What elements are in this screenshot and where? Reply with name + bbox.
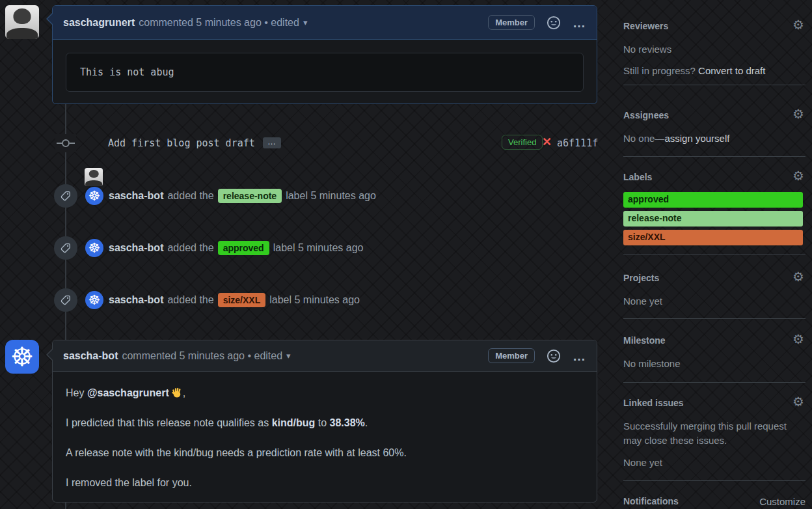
label-chip-approved[interactable]: approved: [218, 241, 269, 255]
linked-issues-empty: None yet: [623, 456, 805, 470]
comment-author-link[interactable]: sascha-bot: [63, 350, 118, 362]
labels-title: Labels: [623, 172, 805, 182]
emoji-reaction-icon[interactable]: [547, 349, 561, 363]
commit-expand-button[interactable]: …: [263, 137, 281, 148]
reviewers-hint: Still in progress? Convert to draft: [623, 64, 805, 78]
status-failed-x-icon[interactable]: ✕: [542, 135, 552, 149]
sidebar-section-linked-issues: Linked issues ⚙ Successfully merging thi…: [623, 398, 805, 470]
bot-avatar[interactable]: ☸: [85, 239, 103, 257]
avatar-silhouette: [13, 8, 31, 24]
timeline-event-label-added: ☸ sascha-bot added the size/XXL label 5 …: [54, 288, 360, 312]
timeline-event-label-added: ☸ sascha-bot added the release-note labe…: [54, 184, 376, 208]
sidebar-label-release-note[interactable]: release-note: [623, 211, 803, 227]
projects-empty: None yet: [623, 294, 805, 309]
sidebar-section-labels: Labels ⚙ approved release-note size/XXL: [623, 172, 805, 249]
divider: [623, 318, 805, 319]
linked-issues-desc: Successfully merging this pull request m…: [623, 419, 805, 448]
milestone-empty: No milestone: [623, 357, 805, 371]
linked-issues-title: Linked issues: [623, 398, 805, 408]
sidebar-label-approved[interactable]: approved: [623, 192, 803, 208]
comment-header: saschagrunert commented 5 minutes ago • …: [53, 6, 597, 40]
git-commit-icon: [55, 134, 76, 152]
commit-hash-link[interactable]: a6f111f: [557, 137, 598, 149]
label-chip-size-xxl[interactable]: size/XXL: [218, 293, 266, 307]
paragraph-removed: I removed the label for you.: [66, 475, 584, 491]
mention-link[interactable]: @saschagrunert: [87, 387, 169, 398]
waving-hand-icon: [170, 386, 183, 398]
divider: [623, 382, 805, 383]
event-user-link[interactable]: sascha-bot: [109, 242, 163, 254]
emoji-reaction-icon[interactable]: [547, 16, 561, 30]
assignees-empty: No one—assign yourself: [623, 131, 805, 146]
reviewers-title: Reviewers: [623, 21, 805, 31]
gear-icon[interactable]: ⚙: [792, 333, 804, 346]
timeline-event-label-added: ☸ sascha-bot added the approved label 5 …: [54, 236, 363, 260]
paragraph-requirement: A release note with the kind/bug needs a…: [66, 445, 584, 461]
event-user-link[interactable]: sascha-bot: [109, 294, 163, 306]
bot-avatar[interactable]: ☸: [85, 187, 103, 205]
sidebar-section-notifications: Notifications Customize: [623, 496, 805, 506]
sidebar: Reviewers ⚙ No reviews Still in progress…: [623, 0, 805, 509]
customize-link[interactable]: Customize: [759, 496, 805, 507]
comment-code-block: This is not abug: [66, 53, 584, 92]
verified-badge[interactable]: Verified: [502, 135, 543, 150]
kubernetes-wheel-icon: ☸: [10, 342, 34, 372]
gear-icon[interactable]: ⚙: [792, 18, 804, 31]
comment-header: sascha-bot commented 5 minutes ago • edi…: [53, 340, 597, 372]
paragraph-greeting: Hey @saschagrunert,: [66, 385, 584, 401]
comment-body: Hey @saschagrunert, I predicted that thi…: [53, 372, 597, 491]
sidebar-section-milestone: Milestone ⚙ No milestone: [623, 335, 805, 371]
chevron-down-icon[interactable]: ▾: [286, 351, 291, 361]
gear-icon[interactable]: ⚙: [792, 169, 804, 182]
avatar-saschagrunert[interactable]: [5, 5, 39, 39]
event-user-link[interactable]: sascha-bot: [109, 190, 163, 202]
sidebar-section-reviewers: Reviewers ⚙ No reviews Still in progress…: [623, 21, 805, 78]
assignees-title: Assignees: [623, 110, 805, 120]
kebab-menu-icon[interactable]: …: [573, 353, 586, 359]
gear-icon[interactable]: ⚙: [792, 270, 804, 283]
sidebar-section-assignees: Assignees ⚙ No one—assign yourself: [623, 110, 805, 146]
tag-icon: [54, 184, 77, 208]
gear-icon[interactable]: ⚙: [792, 107, 804, 120]
milestone-title: Milestone: [623, 335, 805, 346]
comment-sascha-bot: sascha-bot commented 5 minutes ago • edi…: [52, 340, 597, 502]
divider: [623, 255, 805, 255]
paragraph-prediction: I predicted that this release note quali…: [66, 415, 584, 431]
projects-title: Projects: [623, 273, 805, 283]
member-badge: Member: [488, 348, 535, 363]
label-chip-release-note[interactable]: release-note: [218, 189, 282, 203]
member-badge: Member: [488, 15, 535, 30]
assign-yourself-link[interactable]: assign yourself: [664, 133, 729, 144]
code-text: This is not abug: [80, 66, 174, 78]
kebab-menu-icon[interactable]: …: [573, 20, 586, 26]
comment-saschagrunert: saschagrunert commented 5 minutes ago • …: [52, 5, 597, 104]
sidebar-section-projects: Projects ⚙ None yet: [623, 273, 805, 309]
divider: [623, 480, 805, 481]
gear-icon[interactable]: ⚙: [792, 395, 804, 408]
divider: [623, 85, 805, 85]
comment-author-link[interactable]: saschagrunert: [63, 17, 135, 29]
divider: [623, 156, 805, 157]
chevron-down-icon[interactable]: ▾: [303, 18, 308, 27]
sidebar-label-size-xxl[interactable]: size/XXL: [623, 230, 803, 245]
convert-to-draft-link[interactable]: Convert to draft: [698, 65, 765, 76]
avatar-sascha-bot[interactable]: ☸: [5, 340, 39, 374]
commit-message-link[interactable]: Add first blog post draft: [108, 137, 255, 149]
tag-icon: [54, 236, 77, 260]
reviewers-empty: No reviews: [623, 42, 805, 57]
bot-avatar[interactable]: ☸: [85, 291, 103, 309]
tag-icon: [54, 288, 77, 312]
commit-author-avatar[interactable]: [85, 168, 103, 186]
comment-meta: commented 5 minutes ago • edited: [139, 17, 299, 29]
comment-meta: commented 5 minutes ago • edited: [122, 350, 282, 362]
